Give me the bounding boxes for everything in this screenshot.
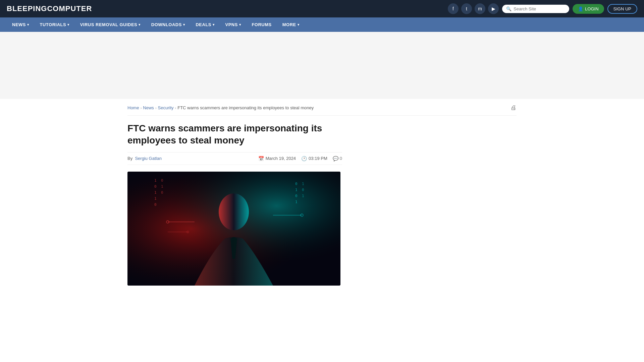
- chevron-down-icon: ▾: [213, 23, 215, 26]
- author-byline: By Sergiu Gatlan: [127, 156, 162, 161]
- meta-right: 📅 March 19, 2024 🕐 03:19 PM 💬 0: [258, 156, 342, 161]
- mastodon-icon[interactable]: m: [475, 3, 485, 14]
- author-link[interactable]: Sergiu Gatlan: [135, 156, 162, 161]
- nav-more[interactable]: MORE ▾: [277, 17, 305, 32]
- breadcrumb-trail: Home › News › Security › FTC warns scamm…: [127, 105, 314, 110]
- article-date: 📅 March 19, 2024: [258, 156, 296, 161]
- svg-text:0: 0: [154, 184, 157, 189]
- comment-icon: 💬: [333, 156, 338, 161]
- breadcrumb-separator: ›: [175, 106, 176, 110]
- nav-tutorials[interactable]: TUTORIALS ▾: [35, 17, 75, 32]
- comments-count[interactable]: 💬 0: [333, 156, 342, 161]
- article-layout: FTC warns scammers are impersonating its…: [127, 116, 453, 286]
- twitter-icon[interactable]: t: [461, 3, 472, 14]
- logo-part2: COMPUTER: [47, 4, 92, 13]
- nav-forums[interactable]: FORUMS: [246, 17, 277, 32]
- svg-text:1: 1: [154, 190, 157, 195]
- chevron-down-icon: ▾: [298, 23, 300, 26]
- svg-text:1: 1: [154, 196, 157, 201]
- search-input[interactable]: [514, 6, 565, 11]
- chevron-down-icon: ▾: [67, 23, 69, 26]
- breadcrumb-news[interactable]: News: [143, 105, 154, 110]
- svg-text:1: 1: [302, 182, 304, 186]
- breadcrumb-separator: ›: [155, 106, 157, 110]
- article-image-svg: 1 0 1 1 0 0 1 0 0 1 0 1 1 0: [127, 172, 340, 286]
- svg-text:0: 0: [302, 188, 304, 192]
- svg-text:0: 0: [295, 182, 298, 186]
- article-main: FTC warns scammers are impersonating its…: [127, 116, 342, 286]
- content-wrapper: Home › News › Security › FTC warns scamm…: [121, 99, 523, 286]
- nav-virus-removal[interactable]: VIRUS REMOVAL GUIDES ▾: [75, 17, 146, 32]
- breadcrumb-separator: ›: [141, 106, 142, 110]
- chevron-down-icon: ▾: [239, 23, 241, 26]
- svg-point-18: [219, 193, 249, 230]
- breadcrumb-security[interactable]: Security: [158, 105, 174, 110]
- article-title: FTC warns scammers are impersonating its…: [127, 122, 342, 147]
- social-icons: f t m ▶: [448, 3, 499, 14]
- svg-text:1: 1: [161, 184, 163, 189]
- calendar-icon: 📅: [258, 156, 264, 161]
- facebook-icon[interactable]: f: [448, 3, 459, 14]
- svg-text:0: 0: [161, 178, 163, 183]
- svg-text:1: 1: [295, 200, 298, 204]
- svg-text:0: 0: [161, 190, 163, 195]
- clock-icon: 🕐: [301, 156, 307, 161]
- nav-vpns[interactable]: VPNS ▾: [220, 17, 247, 32]
- breadcrumb: Home › News › Security › FTC warns scamm…: [127, 99, 517, 116]
- search-icon: 🔍: [506, 6, 512, 11]
- header-right: f t m ▶ 🔍 👤 LOGIN SIGN UP: [448, 3, 637, 14]
- user-icon: 👤: [578, 6, 583, 11]
- article-time: 🕐 03:19 PM: [301, 156, 327, 161]
- nav-downloads[interactable]: DOWNLOADS ▾: [146, 17, 191, 32]
- svg-text:1: 1: [295, 188, 298, 192]
- svg-text:1: 1: [302, 194, 304, 198]
- site-header: BLEEPINGCOMPUTER f t m ▶ 🔍 👤 LOGIN SIGN …: [0, 0, 644, 17]
- breadcrumb-home[interactable]: Home: [127, 105, 139, 110]
- signup-button[interactable]: SIGN UP: [607, 4, 637, 14]
- chevron-down-icon: ▾: [139, 23, 141, 26]
- chevron-down-icon: ▾: [183, 23, 185, 26]
- svg-text:0: 0: [295, 194, 298, 198]
- article-meta: By Sergiu Gatlan 📅 March 19, 2024 🕐 03:1…: [127, 152, 342, 165]
- print-icon[interactable]: 🖨: [511, 104, 517, 111]
- search-box: 🔍: [502, 5, 569, 13]
- svg-text:0: 0: [154, 202, 157, 207]
- nav-deals[interactable]: DEALS ▾: [190, 17, 220, 32]
- youtube-icon[interactable]: ▶: [488, 3, 499, 14]
- main-nav: NEWS ▾ TUTORIALS ▾ VIRUS REMOVAL GUIDES …: [0, 17, 644, 32]
- login-button[interactable]: 👤 LOGIN: [573, 4, 604, 14]
- nav-news[interactable]: NEWS ▾: [7, 17, 35, 32]
- site-logo[interactable]: BLEEPINGCOMPUTER: [7, 4, 92, 13]
- breadcrumb-current: FTC warns scammers are impersonating its…: [177, 105, 314, 110]
- chevron-down-icon: ▾: [27, 23, 29, 26]
- article-hero-image: 1 0 1 1 0 0 1 0 0 1 0 1 1 0: [127, 172, 340, 286]
- advertisement-banner: [0, 32, 644, 99]
- logo-part1: BLEEPING: [7, 4, 47, 13]
- svg-text:1: 1: [154, 178, 157, 183]
- article-sidebar: [352, 116, 453, 286]
